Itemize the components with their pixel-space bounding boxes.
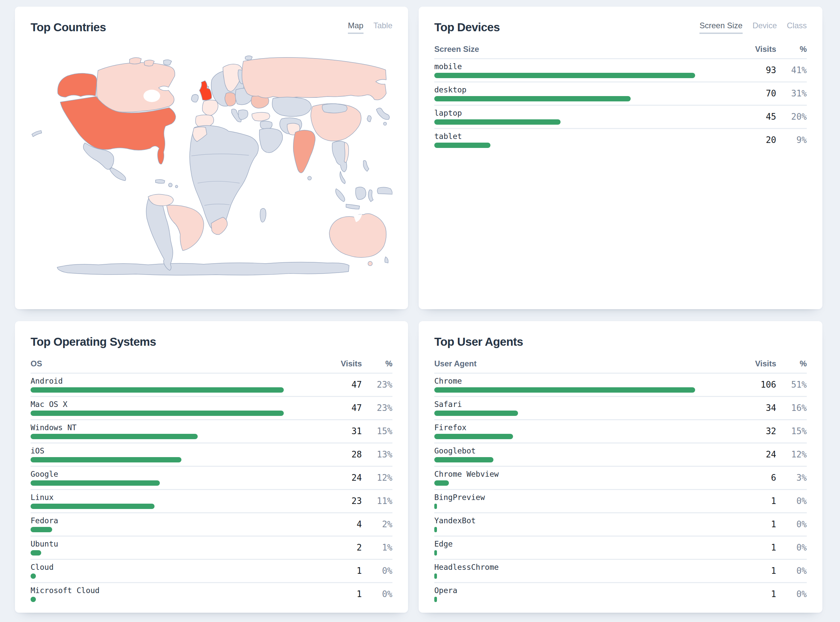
tab-table[interactable]: Table [373,21,393,34]
row-label[interactable]: desktop [434,85,467,95]
visits-bar [30,597,36,602]
percent-value: 0% [776,543,807,552]
row-label[interactable]: Google [30,470,58,479]
row-main-cell: laptop [434,108,740,125]
row-label[interactable]: HeadlessChrome [434,563,499,572]
map-france [202,100,218,116]
visits-value: 1 [325,566,362,576]
tab-map[interactable]: Map [348,21,364,34]
table-row: iOS2813% [30,444,393,467]
row-label[interactable]: YandexBot [434,516,476,525]
row-main-cell: Ubuntu [30,539,325,555]
map-hudson-bay [143,90,160,102]
map-ireland [192,95,198,102]
row-label[interactable]: Firefox [434,423,467,432]
table-row: Firefox3215% [434,420,807,444]
row-label[interactable]: Microsoft Cloud [30,586,100,595]
row-label[interactable]: iOS [30,446,44,456]
visits-bar [434,457,493,462]
map-madagascar [260,209,266,223]
visits-value: 1 [325,589,362,599]
table-row: BingPreview10% [434,490,807,513]
row-label[interactable]: Googlebot [434,446,476,456]
row-label[interactable]: BingPreview [434,493,485,502]
row-label[interactable]: Edge [434,539,453,549]
table-row: Opera10% [434,583,807,605]
percent-value: 0% [776,496,807,506]
row-main-cell: Windows NT [30,423,325,439]
percent-value: 12% [362,473,393,483]
visits-bar [434,143,490,148]
visits-bar [30,387,284,393]
visits-value: 1 [740,566,776,576]
row-label[interactable]: laptop [434,108,462,118]
visits-value: 2 [325,543,362,552]
top-user-agents-panel: Top User Agents User Agent Visits % Chro… [418,321,822,613]
countries-view-tabs: MapTable [348,21,393,34]
row-label[interactable]: Chrome Webview [434,470,499,479]
visits-value: 106 [740,380,776,390]
visits-bar [30,480,160,486]
map-sulawesi [368,190,373,202]
row-main-cell: Android [30,376,325,393]
table-row: Chrome10651% [434,374,807,397]
percent-value: 0% [362,566,393,576]
map-brazil [167,205,204,251]
visits-bar [434,410,518,416]
map-puerto-rico [175,185,178,188]
visits-value: 47 [325,380,362,390]
row-label[interactable]: Linux [30,493,53,502]
tab-device[interactable]: Device [753,21,777,34]
row-main-cell: Microsoft Cloud [30,586,325,602]
row-main-cell: YandexBot [434,516,740,532]
row-main-cell: Chrome [434,376,740,393]
visits-bar [30,410,284,416]
row-label[interactable]: mobile [434,62,462,71]
top-devices-header: Top Devices Screen SizeDeviceClass [434,21,807,34]
visits-bar [434,527,437,532]
table-row: Linux2311% [30,490,393,513]
row-label[interactable]: Android [30,376,63,386]
table-row: laptop4520% [434,106,807,129]
percent-value: 13% [362,450,393,459]
map-mongolia [322,104,347,113]
map-turkey [252,112,270,121]
table-row: Windows NT3115% [30,420,393,444]
row-label[interactable]: Mac OS X [30,399,67,409]
table-row: YandexBot10% [434,513,807,537]
visits-bar [30,527,52,532]
user-agents-table: Chrome10651%Safari3416%Firefox3215%Googl… [434,374,807,605]
row-label[interactable]: tablet [434,132,462,141]
row-main-cell: Firefox [434,423,740,439]
map-arctic-island [145,60,155,66]
visits-bar [30,573,36,579]
visits-bar [434,597,437,602]
row-label[interactable]: Windows NT [30,423,76,432]
visits-value: 45 [740,112,776,122]
page-title-countries: Top Countries [30,21,106,34]
row-main-cell: iOS [30,446,325,462]
top-user-agents-header: Top User Agents [434,335,807,348]
map-arctic-island [163,60,172,65]
row-label[interactable]: Safari [434,399,462,409]
row-label[interactable]: Opera [434,586,457,595]
devices-view-tabs: Screen SizeDeviceClass [700,21,807,34]
visits-value: 1 [740,543,776,552]
row-label[interactable]: Cloud [30,563,53,572]
column-header-visits: Visits [740,359,776,368]
map-india [294,130,315,172]
row-label[interactable]: Fedora [30,516,58,525]
column-header-visits: Visits [740,44,776,54]
map-balkans [238,110,248,119]
row-label[interactable]: Chrome [434,376,462,386]
table-row: mobile9341% [434,59,807,82]
tab-class[interactable]: Class [787,21,807,34]
map-germany [225,93,236,107]
row-main-cell: Opera [434,586,740,602]
row-label[interactable]: Ubuntu [30,539,58,549]
column-header-percent: % [776,44,807,54]
world-choropleth-map [30,41,393,288]
tab-screen-size[interactable]: Screen Size [700,21,742,34]
map-cuba [155,180,165,183]
column-header-name: Screen Size [434,44,740,54]
